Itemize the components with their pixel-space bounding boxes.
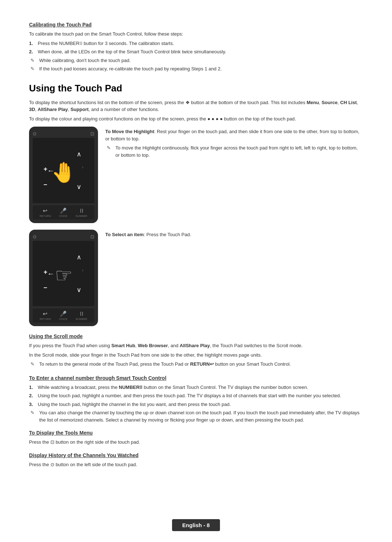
scroll-mode-note: To return to the general mode of the Tou… (29, 361, 363, 368)
pad-minus-1: – (44, 181, 47, 188)
pad-arrow-right-small-1: › (82, 164, 83, 170)
select-item-block: ⊙ ⊡ + – ← ∧ › ∨ ☞ ↩ RETURN 🎤 VOICE (29, 230, 363, 326)
pad-plus-2: + (44, 268, 48, 276)
history-title: Display History of the Channels You Watc… (29, 452, 363, 458)
intro-text-1: To display the shortcut functions list o… (29, 99, 363, 113)
voice-label-1: VOICE (59, 215, 68, 217)
tools-menu-text: Press the ⊡ button on the right side of … (29, 439, 363, 446)
calibrating-note-1: While calibrating, don't touch the touch… (29, 57, 363, 64)
calibrating-step-2: 2. When done, all the LEDs on the top of… (29, 48, 363, 56)
pad-arrow-up-2: ∧ (77, 253, 81, 261)
scroll-mode-title: Using the Scroll mode (29, 333, 363, 339)
remote-btn-row-1: ↩ RETURN 🎤 VOICE ⁞⁞ NUMBER (33, 205, 94, 219)
calibrating-intro: To calibrate the touch pad on the Smart … (29, 30, 363, 38)
history-section: Display History of the Channels You Watc… (29, 452, 363, 468)
tools-menu-title: To Display the Tools Menu (29, 430, 363, 436)
scroll-mode-section: Using the Scroll mode If you press the T… (29, 333, 363, 368)
voice-btn-1: 🎤 VOICE (59, 208, 68, 217)
number-btn-1: ⁞⁞ NUMBER (76, 208, 87, 217)
pad-arrow-up-1: ∧ (77, 150, 81, 158)
enter-channel-steps: 1. While watching a broadcast, press the… (29, 384, 363, 408)
remote-pad-area-1: + – ← ∧ › ∨ 🤚 (33, 138, 94, 203)
remote-image-1: ⊙ ⊡ + – ← ∧ › ∨ 🤚 ↩ RETURN 🎤 VOICE (29, 127, 98, 223)
using-touch-pad-title: Using the Touch Pad (29, 83, 363, 94)
enter-channel-note: You can also change the channel by touch… (29, 409, 363, 423)
number-label-1: NUMBER (76, 215, 87, 217)
calibrating-note-2: If the touch pad looses accuracy, re-cal… (29, 65, 363, 73)
finger-hand-1: 🤚 (51, 161, 76, 184)
return-label-2: RETURN (40, 318, 51, 320)
remote-image-2: ⊙ ⊡ + – ← ∧ › ∨ ☞ ↩ RETURN 🎤 VOICE (29, 230, 98, 326)
finger-hand-2: ☞ (55, 264, 73, 287)
pad-arrow-down-2: ∨ (77, 286, 81, 294)
history-text: Press the ⊙ button on the left side of t… (29, 461, 363, 468)
move-highlight-text-column: To Move the Highlight: Rest your finger … (105, 127, 363, 160)
remote-btn-row-2: ↩ RETURN 🎤 VOICE ⁞⁞ NUMBER (33, 308, 94, 323)
remote-top-left-icon-1: ⊙ (33, 131, 37, 136)
calibrating-title: Calibrating the Touch Pad (29, 22, 363, 28)
pad-minus-2: – (44, 284, 47, 291)
move-highlight-block: ⊙ ⊡ + – ← ∧ › ∨ 🤚 ↩ RETURN 🎤 VOICE (29, 127, 363, 223)
pad-arrow-left-1: ← (47, 167, 54, 175)
calibrating-section: Calibrating the Touch Pad To calibrate t… (29, 22, 363, 73)
remote-top-left-icon-2: ⊙ (33, 234, 37, 239)
calibrating-steps-list: 1. Press the NUMBER⁞⁞ button for 3 secon… (29, 40, 363, 56)
tools-menu-section: To Display the Tools Menu Press the ⊡ bu… (29, 430, 363, 446)
pad-center-2: + – ← ∧ › ∨ ☞ (44, 248, 83, 299)
return-label-1: RETURN (40, 215, 51, 217)
select-item-text-column: To Select an item: Press the Touch Pad. (105, 230, 363, 241)
enter-channel-step-2: 2. Using the touch pad, highlight a numb… (29, 392, 363, 399)
move-highlight-label: To Move the Highlight (105, 129, 154, 134)
intro-block-1: To display the shortcut functions list o… (29, 99, 363, 123)
scroll-mode-text1: If you press the Touch Pad when using Sm… (29, 342, 363, 349)
scroll-mode-text2: In the Scroll mode, slide your finger in… (29, 352, 363, 359)
number-btn-2: ⁞⁞ NUMBER (76, 311, 87, 320)
calibrating-step-1: 1. Press the NUMBER⁞⁞ button for 3 secon… (29, 40, 363, 47)
remote-top-right-icon-2: ⊡ (90, 234, 94, 239)
enter-channel-step-3: 3. Using the touch pad, highlight the ch… (29, 401, 363, 408)
pad-plus-1: + (44, 165, 48, 173)
pad-arrow-left-2: ← (47, 270, 54, 278)
enter-channel-title: To Enter a channel number through Smart … (29, 375, 363, 381)
return-icon-1: ↩ (43, 208, 48, 214)
number-icon-1: ⁞⁞ (80, 208, 83, 214)
voice-icon-2: 🎤 (60, 311, 67, 317)
pad-arrow-down-1: ∨ (77, 183, 81, 191)
enter-channel-step-1: 1. While watching a broadcast, press the… (29, 384, 363, 391)
footer: English - 8 (0, 519, 392, 531)
select-item-desc: To Select an item: Press the Touch Pad. (105, 231, 363, 238)
select-item-text: : Press the Touch Pad. (144, 232, 191, 237)
pad-arrow-right-small-2: › (82, 267, 83, 273)
return-btn-2: ↩ RETURN (40, 311, 51, 320)
number-icon-2: ⁞⁞ (80, 311, 83, 317)
number-label-2: NUMBER (76, 318, 87, 320)
voice-btn-2: 🎤 VOICE (59, 311, 68, 320)
move-highlight-desc: To Move the Highlight: Rest your finger … (105, 128, 363, 142)
return-icon-2: ↩ (43, 311, 48, 317)
enter-channel-section: To Enter a channel number through Smart … (29, 375, 363, 424)
remote-top-right-icon-1: ⊡ (90, 131, 94, 136)
voice-label-2: VOICE (59, 318, 68, 320)
intro-text-2: To display the colour and playing contro… (29, 115, 363, 123)
remote-pad-area-2: + – ← ∧ › ∨ ☞ (33, 241, 94, 306)
pad-center-1: + – ← ∧ › ∨ 🤚 (44, 145, 83, 196)
voice-icon-1: 🎤 (60, 208, 67, 214)
return-btn-1: ↩ RETURN (40, 208, 51, 217)
remote-top-bar-2: ⊙ ⊡ (33, 234, 94, 239)
remote-top-bar-1: ⊙ ⊡ (33, 131, 94, 136)
select-item-label: To Select an item (105, 232, 144, 237)
footer-badge: English - 8 (172, 519, 220, 531)
move-highlight-note: To move the Highlight continuously, flic… (105, 144, 363, 159)
